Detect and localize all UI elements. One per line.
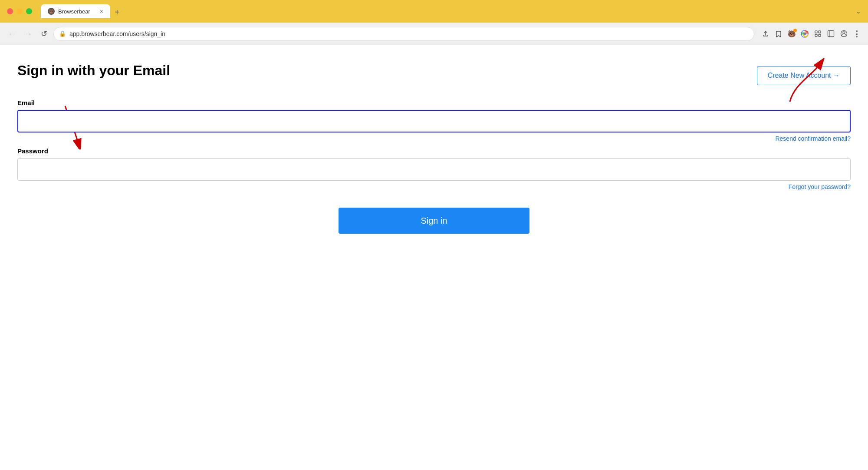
minimize-button[interactable] [16, 8, 23, 14]
svg-rect-4 [815, 34, 817, 36]
forgot-password-link[interactable]: Forgot your password? [17, 183, 851, 190]
password-input[interactable] [17, 158, 851, 181]
more-button[interactable]: ⋮ [851, 28, 863, 40]
sign-in-page: Sign in with your Email Create New Accou… [0, 45, 868, 470]
back-button[interactable]: ← [5, 28, 18, 40]
page-header: Sign in with your Email Create New Accou… [17, 63, 851, 85]
close-button[interactable] [7, 8, 13, 14]
sign-in-form: Email Resend confirmation email? Passwor… [17, 99, 851, 234]
tab-close-button[interactable]: × [100, 8, 103, 14]
svg-rect-6 [828, 31, 834, 37]
extensions-button[interactable] [812, 28, 824, 40]
password-label: Password [17, 147, 851, 155]
resend-confirmation-link[interactable]: Resend confirmation email? [17, 135, 851, 142]
profile-button[interactable] [838, 28, 850, 40]
url-text: app.browserbear.com/users/sign_in [69, 30, 165, 37]
email-label: Email [17, 99, 851, 106]
page-content: Sign in with your Email Create New Accou… [0, 45, 868, 470]
new-tab-button[interactable]: + [111, 6, 123, 18]
title-bar: 🐻 Browserbear × + ⌄ [0, 0, 868, 23]
bear-notification-badge [793, 29, 797, 32]
email-group: Email Resend confirmation email? [17, 99, 851, 142]
expand-button[interactable]: ⌄ [856, 8, 861, 15]
lock-icon: 🔒 [59, 30, 66, 37]
tab-title: Browserbear [58, 8, 90, 15]
tab-bar: 🐻 Browserbear × + [41, 4, 123, 18]
forward-button[interactable]: → [22, 28, 35, 40]
svg-rect-2 [815, 31, 817, 33]
sidebar-button[interactable] [825, 28, 837, 40]
share-button[interactable] [760, 28, 772, 40]
email-input[interactable] [17, 110, 851, 132]
active-tab[interactable]: 🐻 Browserbear × [41, 4, 110, 18]
url-bar[interactable]: 🔒 app.browserbear.com/users/sign_in [53, 27, 754, 41]
reload-button[interactable]: ↺ [38, 28, 50, 40]
tab-favicon: 🐻 [48, 8, 55, 15]
sign-in-button[interactable]: Sign in [339, 208, 529, 234]
svg-rect-3 [819, 31, 821, 33]
browser-chrome: 🐻 Browserbear × + ⌄ ← → ↺ 🔒 app.browserb… [0, 0, 868, 45]
toolbar-actions: 🐻 [760, 28, 863, 40]
traffic-lights [7, 8, 32, 14]
svg-rect-5 [819, 34, 821, 36]
page-title: Sign in with your Email [17, 63, 170, 79]
maximize-button[interactable] [26, 8, 32, 14]
bookmark-button[interactable] [773, 28, 785, 40]
create-account-button[interactable]: Create New Account → [757, 66, 851, 85]
password-group: Password Forgot your password? [17, 147, 851, 190]
bear-extension-icon[interactable]: 🐻 [786, 28, 798, 40]
address-bar: ← → ↺ 🔒 app.browserbear.com/users/sign_i… [0, 23, 868, 45]
chrome-icon[interactable] [799, 28, 811, 40]
svg-point-9 [843, 32, 845, 34]
